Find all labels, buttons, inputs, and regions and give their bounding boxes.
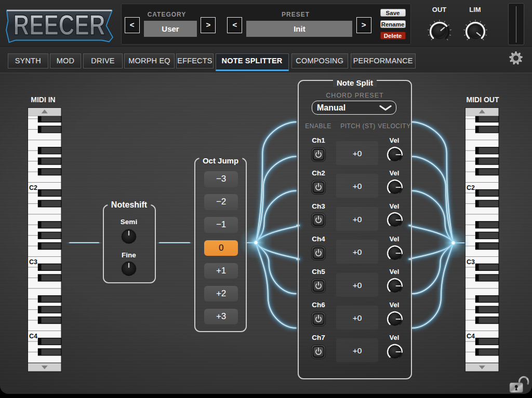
svg-text:REECER: REECER (14, 8, 105, 41)
svg-text:C3: C3 (467, 258, 475, 266)
svg-text:C2: C2 (29, 184, 37, 191)
svg-text:C4: C4 (467, 333, 475, 340)
svg-text:C3: C3 (29, 258, 37, 266)
svg-text:C2: C2 (467, 184, 475, 191)
svg-text:C4: C4 (29, 333, 37, 340)
